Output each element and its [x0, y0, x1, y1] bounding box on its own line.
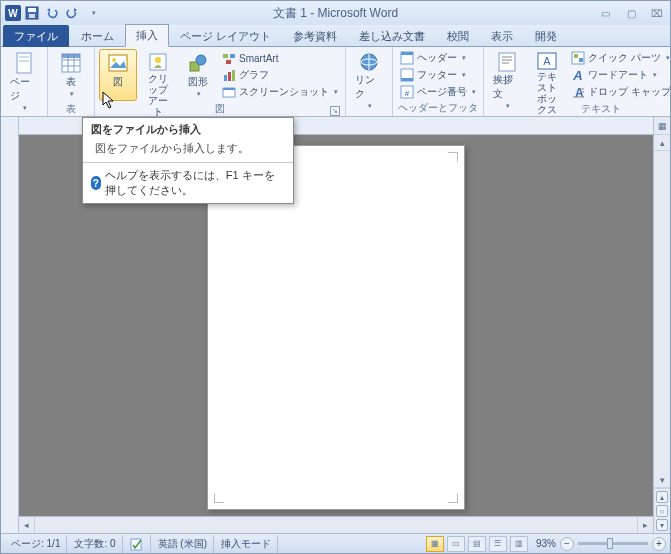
tab-developer[interactable]: 開発: [524, 25, 568, 47]
qat-customize-icon[interactable]: ▾: [85, 4, 103, 22]
vertical-scrollbar[interactable]: ▦ ▴ ▾ ▴ ○ ▾: [653, 117, 670, 533]
illustrations-launcher[interactable]: ↘: [330, 106, 340, 116]
svg-rect-32: [401, 78, 413, 81]
svg-rect-23: [232, 70, 235, 81]
tab-view[interactable]: 表示: [480, 25, 524, 47]
vertical-ruler[interactable]: [1, 117, 19, 533]
proofing-icon: [130, 537, 144, 551]
wordart-icon: A: [571, 68, 585, 82]
view-full-screen[interactable]: ▭: [447, 536, 465, 552]
minimize-icon[interactable]: ▭: [596, 8, 614, 19]
undo-icon[interactable]: [43, 4, 61, 22]
group-label-tables: 表: [52, 101, 90, 117]
wordart-button[interactable]: Aワードアート▾: [568, 67, 671, 83]
group-text: 挨拶文▾ A テキスト ボックス▾ クイック パーツ▾ Aワードアート▾ Aドロ…: [484, 47, 671, 116]
tab-review[interactable]: 校閲: [436, 25, 480, 47]
pagenum-button[interactable]: #ページ番号▾: [397, 84, 479, 100]
ruler-toggle-icon[interactable]: ▦: [654, 117, 670, 135]
svg-rect-2: [29, 14, 35, 18]
screenshot-button[interactable]: スクリーンショット▾: [219, 84, 341, 100]
dropcap-button[interactable]: Aドロップ キャップ▾: [568, 84, 671, 100]
smartart-icon: [222, 51, 236, 65]
table-button[interactable]: 表▾: [52, 49, 90, 101]
group-label-illustrations: 図↘: [99, 101, 341, 117]
pagenum-icon: #: [400, 85, 414, 99]
browse-object-icon[interactable]: ○: [656, 505, 668, 517]
table-icon: [60, 52, 82, 74]
scroll-down-icon[interactable]: ▾: [654, 472, 670, 488]
picture-icon: [107, 52, 129, 74]
word-app-icon[interactable]: W: [5, 5, 21, 21]
textbox-button[interactable]: A テキスト ボックス▾: [528, 49, 566, 101]
scroll-right-icon[interactable]: ▸: [637, 517, 653, 533]
next-page-icon[interactable]: ▾: [656, 519, 668, 531]
tab-file[interactable]: ファイル: [3, 25, 69, 47]
picture-button[interactable]: 図: [99, 49, 137, 101]
ribbon: ページ▾ 表▾ 表 図 クリップ アー: [1, 47, 670, 117]
svg-point-17: [196, 55, 206, 65]
group-pages: ページ▾: [1, 47, 48, 116]
view-draft[interactable]: ▥: [510, 536, 528, 552]
svg-text:A: A: [572, 68, 582, 82]
tab-home[interactable]: ホーム: [70, 25, 125, 47]
footer-icon: [400, 68, 414, 82]
view-outline[interactable]: ☰: [489, 536, 507, 552]
save-icon[interactable]: [23, 4, 41, 22]
svg-rect-21: [224, 75, 227, 81]
zoom-in-button[interactable]: +: [652, 537, 666, 551]
group-label-links: [350, 103, 388, 116]
tab-mailings[interactable]: 差し込み文書: [348, 25, 436, 47]
shapes-button[interactable]: 図形▾: [179, 49, 217, 101]
clipart-button[interactable]: クリップ アート: [139, 49, 177, 101]
header-button[interactable]: ヘッダー▾: [397, 50, 479, 66]
svg-point-13: [112, 58, 116, 62]
link-icon: [358, 52, 380, 72]
smartart-button[interactable]: SmartArt: [219, 50, 341, 66]
tab-page-layout[interactable]: ページ レイアウト: [169, 25, 282, 47]
tooltip-help: ? ヘルプを表示するには、F1 キーを押してください。: [83, 163, 293, 203]
group-tables: 表▾ 表: [48, 47, 95, 116]
view-web-layout[interactable]: ▤: [468, 536, 486, 552]
group-headerfooter: ヘッダー▾ フッター▾ #ページ番号▾ ヘッダーとフッター: [393, 47, 484, 116]
horizontal-scrollbar[interactable]: ◂ ▸: [19, 516, 653, 533]
group-label-pages: [5, 103, 43, 116]
maximize-icon[interactable]: ▢: [622, 8, 640, 19]
aisatsu-button[interactable]: 挨拶文▾: [488, 49, 526, 101]
header-icon: [400, 51, 414, 65]
pages-button[interactable]: ページ▾: [5, 49, 43, 101]
zoom-out-button[interactable]: −: [560, 537, 574, 551]
svg-text:#: #: [405, 89, 410, 98]
svg-rect-1: [28, 8, 36, 12]
quickparts-icon: [571, 51, 585, 65]
svg-rect-11: [62, 54, 80, 58]
view-print-layout[interactable]: ▦: [426, 536, 444, 552]
document-title: 文書 1 - Microsoft Word: [273, 5, 398, 22]
footer-button[interactable]: フッター▾: [397, 67, 479, 83]
scroll-up-icon[interactable]: ▴: [654, 135, 670, 151]
links-button[interactable]: リンク▾: [350, 49, 388, 101]
status-words[interactable]: 文字数: 0: [68, 535, 122, 553]
prev-page-icon[interactable]: ▴: [656, 491, 668, 503]
status-proofing[interactable]: [124, 535, 151, 553]
svg-text:A: A: [543, 55, 551, 67]
redo-icon[interactable]: [63, 4, 81, 22]
chart-button[interactable]: グラフ: [219, 67, 341, 83]
statusbar: ページ: 1/1 文字数: 0 英語 (米国) 挿入モード ▦ ▭ ▤ ☰ ▥ …: [1, 533, 670, 553]
tab-references[interactable]: 参考資料: [282, 25, 348, 47]
page-icon: [13, 52, 35, 74]
close-icon[interactable]: ⌧: [648, 8, 666, 19]
group-links: リンク▾: [346, 47, 393, 116]
status-lang[interactable]: 英語 (米国): [152, 535, 214, 553]
tooltip-body: 図をファイルから挿入します。: [83, 139, 293, 162]
zoom-value[interactable]: 93%: [536, 538, 556, 549]
textbox-icon: A: [536, 52, 558, 70]
tab-insert[interactable]: 挿入: [125, 24, 169, 47]
status-mode[interactable]: 挿入モード: [215, 535, 278, 553]
status-page[interactable]: ページ: 1/1: [5, 535, 67, 553]
quickparts-button[interactable]: クイック パーツ▾: [568, 50, 671, 66]
zoom-slider[interactable]: [578, 542, 648, 545]
shapes-icon: [187, 52, 209, 74]
svg-rect-35: [499, 53, 515, 71]
svg-rect-5: [19, 60, 29, 62]
scroll-left-icon[interactable]: ◂: [19, 517, 35, 533]
